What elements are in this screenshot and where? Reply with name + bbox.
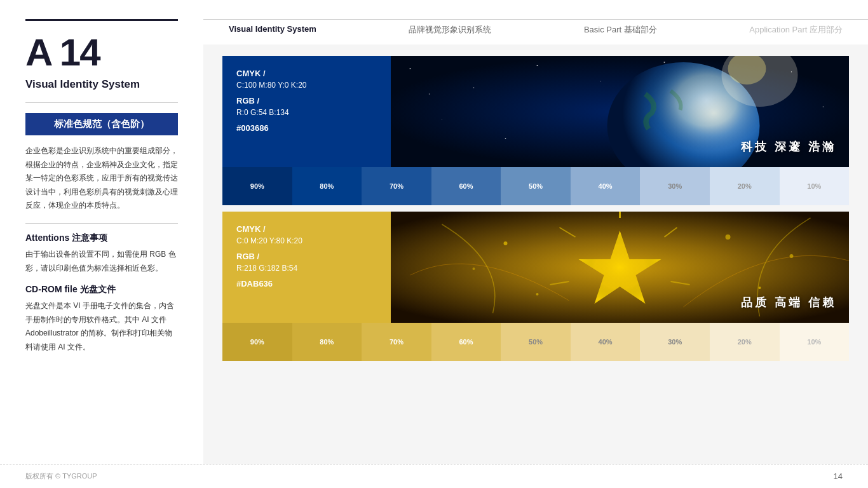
gold-cmyk-label: CMYK /: [236, 224, 377, 234]
page-number: A 14: [25, 34, 178, 72]
blue-scale-80: 80%: [292, 167, 362, 205]
blue-20-label: 20%: [738, 182, 752, 190]
gold-50-label: 50%: [529, 338, 543, 346]
attentions-title: Attentions 注意事项: [25, 233, 178, 244]
blue-cmyk-value: C:100 M:80 Y:0 K:20: [236, 79, 377, 91]
gold-cmyk-value: C:0 M:20 Y:80 K:20: [236, 235, 377, 247]
section-badge: 标准色规范（含色阶）: [25, 113, 178, 135]
gold-scale-70: 70%: [362, 323, 431, 361]
svg-point-28: [473, 268, 475, 270]
cdrom-body: 光盘文件是本 VI 手册电子文件的集合，内含手册制作时的专用软件格式。其中 AI…: [25, 299, 178, 354]
top-nav: Visual Identity System 品牌视觉形象识别系统 Basic …: [203, 0, 868, 44]
gold-rgb-value: R:218 G:182 B:54: [236, 262, 377, 274]
svg-point-9: [442, 119, 442, 119]
blue-cmyk-label: CMYK /: [236, 69, 377, 78]
svg-point-2: [473, 87, 475, 88]
svg-point-8: [823, 106, 824, 107]
gold-rgb-label: RGB /: [236, 252, 377, 261]
blue-scale-70: 70%: [362, 167, 431, 205]
gold-color-section: CMYK / C:0 M:20 Y:80 K:20 RGB / R:218 G:…: [222, 212, 849, 361]
gold-scale-80: 80%: [292, 323, 362, 361]
gold-scale-10: 10%: [780, 323, 850, 361]
blue-10-label: 10%: [807, 182, 821, 190]
gold-60-label: 60%: [459, 338, 473, 346]
svg-point-26: [726, 234, 731, 240]
svg-point-1: [410, 68, 411, 69]
gold-row-top: CMYK / C:0 M:20 Y:80 K:20 RGB / R:218 G:…: [222, 212, 849, 323]
main-content: Visual Identity System 品牌视觉形象识别系统 Basic …: [203, 0, 868, 488]
blue-70-label: 70%: [390, 182, 403, 190]
nav-item-2: 品牌视觉形象识别系统: [409, 24, 491, 36]
nav-item-4: Application Part 应用部分: [749, 24, 843, 36]
blue-30-label: 30%: [668, 182, 682, 190]
gold-scale-row: 90% 80% 70% 60% 50% 40% 30% 20% 10%: [222, 323, 849, 361]
blue-scale-10: 10%: [780, 167, 850, 205]
attentions-body: 由于输出设备的设置不同，如需使用 RGB 色彩，请以印刷色值为标准选择相近色彩。: [25, 248, 178, 275]
gold-scale-50: 50%: [501, 323, 571, 361]
gold-hex: #DAB636: [236, 279, 377, 288]
svg-point-29: [790, 254, 794, 258]
blue-scale-30: 30%: [640, 167, 710, 205]
star-background: 品质 高端 信赖: [391, 212, 849, 323]
gold-scale-40: 40%: [571, 323, 641, 361]
gold-70-label: 70%: [390, 338, 403, 346]
sidebar-top-line: [25, 19, 178, 21]
blue-60-label: 60%: [459, 182, 473, 190]
footer: 版权所有 © TYGROUP 14: [0, 464, 868, 488]
gold-80-label: 80%: [320, 338, 334, 346]
svg-point-10: [505, 138, 506, 139]
blue-scale-60: 60%: [431, 167, 501, 205]
gold-image-box: 品质 高端 信赖: [391, 212, 849, 323]
svg-point-5: [664, 62, 665, 63]
blue-40-label: 40%: [599, 182, 613, 190]
earth-background: 科技 深邃 浩瀚: [391, 56, 849, 167]
gold-scale-60: 60%: [431, 323, 501, 361]
gold-info-box: CMYK / C:0 M:20 Y:80 K:20 RGB / R:218 G:…: [222, 212, 391, 323]
blue-scale-row: 90% 80% 70% 60% 50% 40% 30% 20% 10%: [222, 167, 849, 205]
gold-scale-90: 90%: [222, 323, 292, 361]
cdrom-title: CD-ROM file 光盘文件: [25, 284, 178, 295]
nav-item-3: Basic Part 基础部分: [584, 24, 657, 36]
svg-point-4: [600, 81, 601, 81]
gold-40-label: 40%: [599, 338, 613, 346]
svg-point-11: [429, 93, 430, 94]
blue-scale-50: 50%: [501, 167, 571, 205]
top-nav-items: Visual Identity System 品牌视觉形象识别系统 Basic …: [203, 24, 868, 36]
svg-point-25: [536, 293, 539, 295]
blue-rgb-value: R:0 G:54 B:134: [236, 107, 377, 118]
nav-item-1: Visual Identity System: [229, 24, 316, 36]
blue-80-label: 80%: [320, 182, 334, 190]
gold-scale-30: 30%: [640, 323, 710, 361]
gold-10-label: 10%: [807, 338, 821, 346]
blue-row-top: CMYK / C:100 M:80 Y:0 K:20 RGB / R:0 G:5…: [222, 56, 849, 167]
gold-20-label: 20%: [738, 338, 752, 346]
blue-scale-20: 20%: [710, 167, 780, 205]
blue-hex: #003686: [236, 123, 377, 133]
footer-page-number: 14: [834, 471, 843, 481]
gold-90-label: 90%: [250, 338, 264, 346]
blue-image-box: 科技 深邃 浩瀚: [391, 56, 849, 167]
sidebar-divider2: [25, 223, 178, 224]
footer-copyright: 版权所有 © TYGROUP: [25, 471, 97, 481]
blue-info-box: CMYK / C:100 M:80 Y:0 K:20 RGB / R:0 G:5…: [222, 56, 391, 167]
svg-point-27: [759, 287, 761, 289]
blue-90-label: 90%: [250, 182, 264, 190]
blue-image-text: 科技 深邃 浩瀚: [741, 139, 836, 154]
blue-scale-40: 40%: [571, 167, 641, 205]
svg-point-3: [537, 65, 538, 66]
gold-image-text: 品质 高端 信赖: [741, 295, 836, 310]
blue-rgb-label: RGB /: [236, 96, 377, 105]
sidebar-body-text: 企业色彩是企业识别系统中的重要组成部分，根据企业的特点，企业精神及企业文化，指定…: [25, 144, 178, 213]
gold-30-label: 30%: [668, 338, 682, 346]
blue-color-section: CMYK / C:100 M:80 Y:0 K:20 RGB / R:0 G:5…: [222, 56, 849, 205]
blue-scale-90: 90%: [222, 167, 292, 205]
color-blocks-area: CMYK / C:100 M:80 Y:0 K:20 RGB / R:0 G:5…: [203, 44, 868, 488]
gold-scale-20: 20%: [710, 323, 780, 361]
svg-point-24: [504, 241, 508, 245]
blue-50-label: 50%: [529, 182, 543, 190]
sidebar: A 14 Visual Identity System 标准色规范（含色阶） 企…: [0, 0, 203, 488]
top-nav-line: [203, 19, 868, 20]
page-subtitle: Visual Identity System: [25, 78, 178, 91]
sidebar-divider: [25, 102, 178, 103]
